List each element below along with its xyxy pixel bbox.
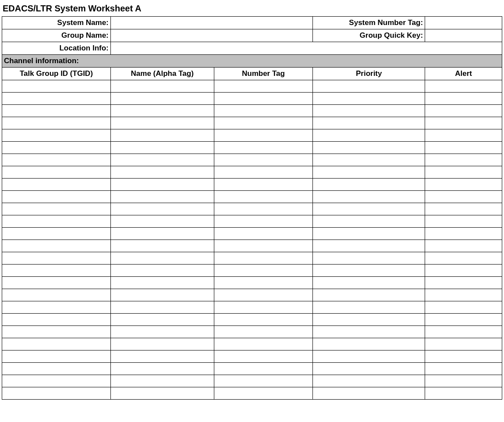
cell-number_tag[interactable] — [214, 314, 313, 326]
cell-alert[interactable] — [425, 80, 502, 93]
cell-name[interactable] — [110, 326, 214, 338]
cell-tgid[interactable] — [2, 154, 111, 166]
cell-number_tag[interactable] — [214, 240, 313, 252]
cell-priority[interactable] — [313, 301, 425, 314]
cell-priority[interactable] — [313, 203, 425, 215]
cell-name[interactable] — [110, 142, 214, 154]
cell-priority[interactable] — [313, 215, 425, 228]
cell-tgid[interactable] — [2, 265, 111, 277]
cell-priority[interactable] — [313, 179, 425, 191]
cell-priority[interactable] — [313, 154, 425, 166]
cell-name[interactable] — [110, 338, 214, 350]
cell-name[interactable] — [110, 265, 214, 277]
cell-priority[interactable] — [313, 289, 425, 301]
cell-tgid[interactable] — [2, 387, 111, 400]
cell-alert[interactable] — [425, 277, 502, 289]
group-name-value[interactable] — [110, 29, 313, 42]
cell-number_tag[interactable] — [214, 129, 313, 142]
cell-name[interactable] — [110, 289, 214, 301]
cell-tgid[interactable] — [2, 338, 111, 350]
cell-priority[interactable] — [313, 93, 425, 105]
cell-name[interactable] — [110, 129, 214, 142]
cell-alert[interactable] — [425, 289, 502, 301]
cell-name[interactable] — [110, 240, 214, 252]
cell-name[interactable] — [110, 350, 214, 363]
system-name-value[interactable] — [110, 17, 313, 29]
cell-alert[interactable] — [425, 350, 502, 363]
location-info-value[interactable] — [110, 42, 502, 55]
cell-alert[interactable] — [425, 203, 502, 215]
cell-alert[interactable] — [425, 375, 502, 387]
cell-priority[interactable] — [313, 252, 425, 265]
cell-number_tag[interactable] — [214, 289, 313, 301]
cell-name[interactable] — [110, 117, 214, 129]
cell-number_tag[interactable] — [214, 350, 313, 363]
cell-priority[interactable] — [313, 350, 425, 363]
cell-alert[interactable] — [425, 301, 502, 314]
cell-priority[interactable] — [313, 117, 425, 129]
cell-tgid[interactable] — [2, 203, 111, 215]
cell-alert[interactable] — [425, 142, 502, 154]
cell-name[interactable] — [110, 301, 214, 314]
cell-tgid[interactable] — [2, 93, 111, 105]
cell-number_tag[interactable] — [214, 387, 313, 400]
cell-number_tag[interactable] — [214, 191, 313, 203]
cell-priority[interactable] — [313, 105, 425, 117]
cell-alert[interactable] — [425, 191, 502, 203]
cell-tgid[interactable] — [2, 191, 111, 203]
group-quick-key-value[interactable] — [425, 29, 502, 42]
cell-name[interactable] — [110, 105, 214, 117]
cell-tgid[interactable] — [2, 314, 111, 326]
cell-alert[interactable] — [425, 387, 502, 400]
cell-alert[interactable] — [425, 228, 502, 240]
cell-alert[interactable] — [425, 129, 502, 142]
cell-priority[interactable] — [313, 142, 425, 154]
cell-priority[interactable] — [313, 265, 425, 277]
cell-name[interactable] — [110, 314, 214, 326]
cell-alert[interactable] — [425, 215, 502, 228]
cell-priority[interactable] — [313, 129, 425, 142]
cell-priority[interactable] — [313, 228, 425, 240]
cell-tgid[interactable] — [2, 166, 111, 179]
cell-number_tag[interactable] — [214, 105, 313, 117]
cell-priority[interactable] — [313, 240, 425, 252]
cell-tgid[interactable] — [2, 289, 111, 301]
cell-alert[interactable] — [425, 105, 502, 117]
cell-alert[interactable] — [425, 117, 502, 129]
cell-number_tag[interactable] — [214, 179, 313, 191]
cell-alert[interactable] — [425, 252, 502, 265]
cell-number_tag[interactable] — [214, 166, 313, 179]
cell-priority[interactable] — [313, 277, 425, 289]
cell-alert[interactable] — [425, 154, 502, 166]
cell-number_tag[interactable] — [214, 265, 313, 277]
cell-tgid[interactable] — [2, 228, 111, 240]
cell-name[interactable] — [110, 252, 214, 265]
cell-tgid[interactable] — [2, 301, 111, 314]
cell-name[interactable] — [110, 363, 214, 375]
cell-tgid[interactable] — [2, 350, 111, 363]
cell-number_tag[interactable] — [214, 338, 313, 350]
cell-priority[interactable] — [313, 191, 425, 203]
cell-priority[interactable] — [313, 80, 425, 93]
cell-tgid[interactable] — [2, 80, 111, 93]
cell-name[interactable] — [110, 80, 214, 93]
cell-priority[interactable] — [313, 314, 425, 326]
cell-number_tag[interactable] — [214, 228, 313, 240]
cell-number_tag[interactable] — [214, 326, 313, 338]
cell-priority[interactable] — [313, 326, 425, 338]
cell-alert[interactable] — [425, 326, 502, 338]
cell-name[interactable] — [110, 154, 214, 166]
cell-alert[interactable] — [425, 314, 502, 326]
cell-name[interactable] — [110, 203, 214, 215]
cell-name[interactable] — [110, 215, 214, 228]
cell-number_tag[interactable] — [214, 203, 313, 215]
cell-alert[interactable] — [425, 240, 502, 252]
cell-alert[interactable] — [425, 265, 502, 277]
cell-number_tag[interactable] — [214, 117, 313, 129]
cell-tgid[interactable] — [2, 240, 111, 252]
cell-tgid[interactable] — [2, 142, 111, 154]
cell-priority[interactable] — [313, 375, 425, 387]
cell-number_tag[interactable] — [214, 363, 313, 375]
cell-alert[interactable] — [425, 179, 502, 191]
cell-alert[interactable] — [425, 93, 502, 105]
